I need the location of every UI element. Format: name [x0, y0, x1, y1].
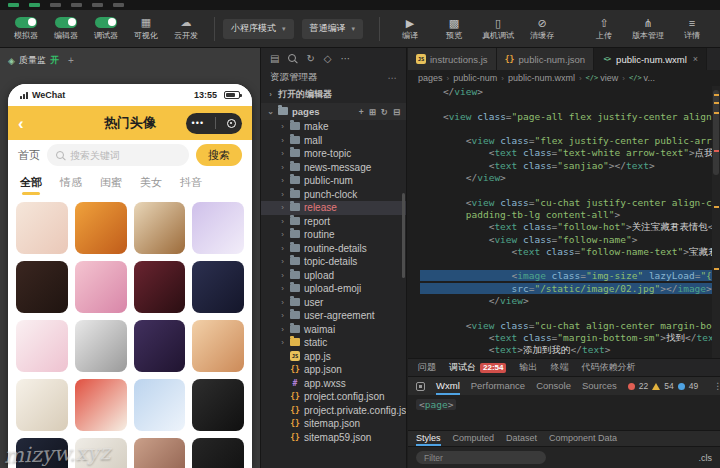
project-root-row[interactable]: ⌄ pages + ⊞ ↻ ⊟: [261, 103, 406, 120]
editor-tab-public-num.wxml[interactable]: <>public-num.wxml×: [594, 48, 707, 70]
debug-tab-Sources[interactable]: Sources: [582, 377, 617, 395]
files-icon[interactable]: ▤: [270, 53, 279, 64]
panel-tab-终端[interactable]: 终端: [550, 361, 568, 374]
tree-folder-more-topic[interactable]: ›more-topic: [261, 147, 406, 161]
tree-folder-routine[interactable]: ›routine: [261, 228, 406, 242]
editor-scrollbar[interactable]: [712, 86, 720, 358]
debug-tab-Wxml[interactable]: Wxml: [436, 377, 460, 395]
toolbar-action-clear-cache[interactable]: ⊘清缓存: [520, 17, 564, 41]
capsule-menu[interactable]: •••: [186, 113, 242, 134]
quality-monitor-control[interactable]: ◈ 质量监 开 +: [8, 54, 74, 67]
panel-tab-代码依赖分析[interactable]: 代码依赖分析: [581, 361, 635, 374]
avatar-image[interactable]: [16, 379, 68, 431]
inspect-element-icon[interactable]: [416, 382, 425, 391]
tree-file-sitemap59.json[interactable]: {}sitemap59.json: [261, 431, 406, 445]
style-tab-styles[interactable]: Styles: [416, 431, 441, 446]
toolbar-toggle[interactable]: 模拟器: [6, 17, 46, 41]
toolbar-action-upload[interactable]: ⇧上传: [582, 17, 626, 41]
category-tab[interactable]: 美女: [140, 175, 162, 190]
breadcrumb-item[interactable]: pages: [418, 73, 443, 83]
breadcrumb-item[interactable]: </>view: [586, 73, 619, 83]
avatar-image[interactable]: [192, 379, 244, 431]
tree-folder-upload[interactable]: ›upload: [261, 269, 406, 283]
avatar-image[interactable]: [75, 261, 127, 313]
toolbar-action-version[interactable]: ⋔版本管理: [626, 17, 670, 41]
toolbar-toggle[interactable]: 调试器: [86, 17, 126, 41]
search-icon[interactable]: [288, 54, 297, 63]
element-node[interactable]: <page>: [416, 399, 456, 410]
avatar-image[interactable]: [16, 261, 68, 313]
avatar-image[interactable]: [134, 379, 186, 431]
avatar-image[interactable]: [192, 320, 244, 372]
tree-folder-mall[interactable]: ›mall: [261, 134, 406, 148]
tree-folder-news-message[interactable]: ›news-message: [261, 161, 406, 175]
more-icon[interactable]: ⋯: [341, 53, 351, 64]
breadcrumb-item[interactable]: </>v...: [629, 73, 655, 83]
avatar-image[interactable]: [75, 320, 127, 372]
close-icon[interactable]: ×: [693, 54, 698, 64]
avatar-image[interactable]: [134, 261, 186, 313]
style-tab-component-data[interactable]: Component Data: [549, 431, 617, 446]
avatar-image[interactable]: [192, 202, 244, 254]
tree-folder-user[interactable]: ›user: [261, 296, 406, 310]
avatar-image[interactable]: [75, 202, 127, 254]
toolbar-action-device-debug[interactable]: ▯真机调试: [476, 17, 520, 41]
search-box[interactable]: [47, 144, 189, 166]
tree-folder-public-num[interactable]: ›public-num: [261, 174, 406, 188]
toolbar-toggle[interactable]: ☁云开发: [166, 17, 206, 41]
tree-file-project.private.config.json[interactable]: {}project.private.config.json: [261, 404, 406, 418]
panel-tab-输出[interactable]: 输出: [519, 361, 537, 374]
tree-folder-waimai[interactable]: ›waimai: [261, 323, 406, 337]
compile-mode-select[interactable]: 普通编译 ▾: [302, 19, 364, 39]
avatar-image[interactable]: [134, 438, 186, 468]
collapse-icon[interactable]: ⊟: [393, 107, 400, 117]
mode-select[interactable]: 小程序模式 ▾: [223, 19, 294, 39]
category-tab[interactable]: 全部: [20, 175, 42, 190]
ellipsis-icon[interactable]: ⋯: [388, 72, 398, 83]
toolbar-action-details[interactable]: ≡详情: [670, 17, 714, 41]
tree-file-app.json[interactable]: {}app.json: [261, 363, 406, 377]
debug-tab-Performance[interactable]: Performance: [471, 377, 525, 395]
editor-tab-public-num.json[interactable]: {}public-num.json: [497, 48, 595, 70]
toolbar-action-compile[interactable]: ▶编译: [388, 17, 432, 41]
breadcrumb-item[interactable]: public-num: [453, 73, 497, 83]
tree-file-project.config.json[interactable]: {}project.config.json: [261, 390, 406, 404]
tree-folder-user-agreement[interactable]: ›user-agreement: [261, 309, 406, 323]
refresh-icon[interactable]: ↻: [306, 53, 314, 64]
package-icon[interactable]: ◇: [324, 53, 332, 64]
avatar-image[interactable]: [16, 320, 68, 372]
toolbar-action-preview[interactable]: ▩预览: [432, 17, 476, 41]
style-tab-dataset[interactable]: Dataset: [506, 431, 537, 446]
toolbar-toggle[interactable]: ▦可视化: [126, 17, 166, 41]
debug-tab-Console[interactable]: Console: [536, 377, 571, 395]
avatar-image[interactable]: [16, 438, 68, 468]
category-tab[interactable]: 情感: [60, 175, 82, 190]
tree-file-app.wxss[interactable]: #app.wxss: [261, 377, 406, 391]
home-label[interactable]: 首页: [18, 148, 40, 163]
tree-folder-punch-clock[interactable]: ›punch-clock: [261, 188, 406, 202]
category-tab[interactable]: 抖音: [180, 175, 202, 190]
avatar-image[interactable]: [192, 438, 244, 468]
tree-file-sitemap.json[interactable]: {}sitemap.json: [261, 417, 406, 431]
tree-folder-topic-details[interactable]: ›topic-details: [261, 255, 406, 269]
filter-input[interactable]: [416, 451, 546, 464]
tree-folder-report[interactable]: ›report: [261, 215, 406, 229]
avatar-image[interactable]: [134, 202, 186, 254]
tree-folder-make[interactable]: ›make: [261, 120, 406, 134]
new-folder-icon[interactable]: ⊞: [369, 107, 376, 117]
explorer-scrollbar[interactable]: [402, 193, 405, 278]
back-button[interactable]: ‹: [18, 115, 24, 132]
tree-folder-upload-emoji[interactable]: ›upload-emoji: [261, 282, 406, 296]
avatar-image[interactable]: [75, 379, 127, 431]
new-file-icon[interactable]: +: [359, 107, 364, 117]
tree-folder-static[interactable]: ›static: [261, 336, 406, 350]
cls-toggle[interactable]: .cls: [699, 453, 713, 463]
panel-tab-问题[interactable]: 问题: [418, 361, 436, 374]
category-tab[interactable]: 闺蜜: [100, 175, 122, 190]
tree-folder-routine-details[interactable]: ›routine-details: [261, 242, 406, 256]
avatar-image[interactable]: [134, 320, 186, 372]
panel-tab-调试台[interactable]: 调试台22:54: [449, 361, 506, 374]
code-area[interactable]: </view> <view class="page-all flex justi…: [408, 86, 712, 358]
add-icon[interactable]: +: [68, 55, 74, 66]
toolbar-toggle[interactable]: 编辑器: [46, 17, 86, 41]
